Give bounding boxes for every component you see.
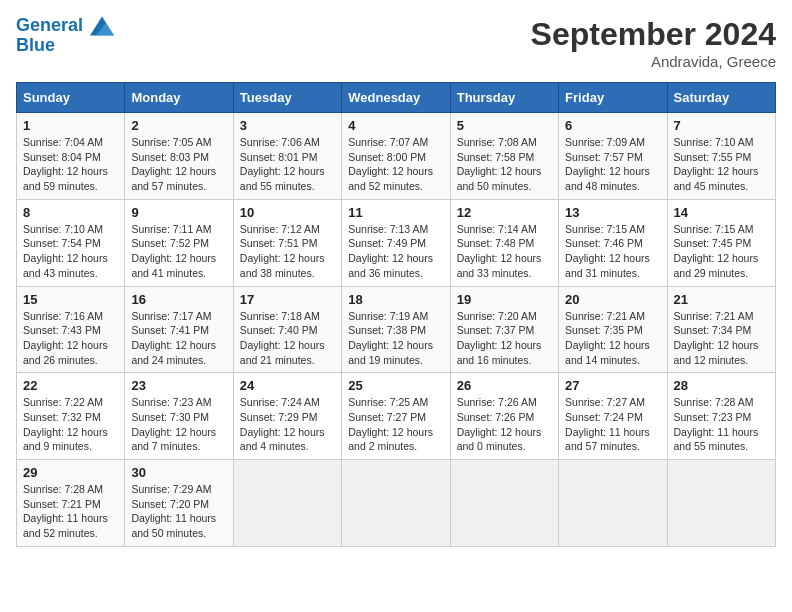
day-number: 19 — [457, 292, 552, 307]
calendar-cell: 18Sunrise: 7:19 AM Sunset: 7:38 PM Dayli… — [342, 286, 450, 373]
weekday-header-monday: Monday — [125, 83, 233, 113]
calendar-week-3: 15Sunrise: 7:16 AM Sunset: 7:43 PM Dayli… — [17, 286, 776, 373]
calendar-week-2: 8Sunrise: 7:10 AM Sunset: 7:54 PM Daylig… — [17, 199, 776, 286]
day-info: Sunrise: 7:07 AM Sunset: 8:00 PM Dayligh… — [348, 135, 443, 194]
day-number: 20 — [565, 292, 660, 307]
day-number: 16 — [131, 292, 226, 307]
day-info: Sunrise: 7:25 AM Sunset: 7:27 PM Dayligh… — [348, 395, 443, 454]
day-number: 7 — [674, 118, 769, 133]
calendar-cell — [559, 460, 667, 547]
day-info: Sunrise: 7:10 AM Sunset: 7:54 PM Dayligh… — [23, 222, 118, 281]
calendar-cell: 23Sunrise: 7:23 AM Sunset: 7:30 PM Dayli… — [125, 373, 233, 460]
calendar-cell: 5Sunrise: 7:08 AM Sunset: 7:58 PM Daylig… — [450, 113, 558, 200]
calendar-cell: 11Sunrise: 7:13 AM Sunset: 7:49 PM Dayli… — [342, 199, 450, 286]
calendar-cell — [667, 460, 775, 547]
day-info: Sunrise: 7:14 AM Sunset: 7:48 PM Dayligh… — [457, 222, 552, 281]
logo-text: General — [16, 16, 114, 36]
day-info: Sunrise: 7:28 AM Sunset: 7:21 PM Dayligh… — [23, 482, 118, 541]
calendar-cell: 19Sunrise: 7:20 AM Sunset: 7:37 PM Dayli… — [450, 286, 558, 373]
day-number: 2 — [131, 118, 226, 133]
calendar-cell: 9Sunrise: 7:11 AM Sunset: 7:52 PM Daylig… — [125, 199, 233, 286]
day-number: 26 — [457, 378, 552, 393]
page-header: General Blue September 2024 Andravida, G… — [16, 16, 776, 70]
calendar-table: SundayMondayTuesdayWednesdayThursdayFrid… — [16, 82, 776, 547]
day-number: 11 — [348, 205, 443, 220]
day-number: 29 — [23, 465, 118, 480]
calendar-cell: 3Sunrise: 7:06 AM Sunset: 8:01 PM Daylig… — [233, 113, 341, 200]
calendar-cell: 12Sunrise: 7:14 AM Sunset: 7:48 PM Dayli… — [450, 199, 558, 286]
day-number: 1 — [23, 118, 118, 133]
weekday-header-wednesday: Wednesday — [342, 83, 450, 113]
calendar-week-1: 1Sunrise: 7:04 AM Sunset: 8:04 PM Daylig… — [17, 113, 776, 200]
day-info: Sunrise: 7:15 AM Sunset: 7:45 PM Dayligh… — [674, 222, 769, 281]
calendar-cell: 30Sunrise: 7:29 AM Sunset: 7:20 PM Dayli… — [125, 460, 233, 547]
calendar-cell: 24Sunrise: 7:24 AM Sunset: 7:29 PM Dayli… — [233, 373, 341, 460]
calendar-cell: 10Sunrise: 7:12 AM Sunset: 7:51 PM Dayli… — [233, 199, 341, 286]
calendar-cell: 22Sunrise: 7:22 AM Sunset: 7:32 PM Dayli… — [17, 373, 125, 460]
month-title: September 2024 — [531, 16, 776, 53]
calendar-week-5: 29Sunrise: 7:28 AM Sunset: 7:21 PM Dayli… — [17, 460, 776, 547]
day-number: 5 — [457, 118, 552, 133]
calendar-cell — [450, 460, 558, 547]
calendar-cell: 4Sunrise: 7:07 AM Sunset: 8:00 PM Daylig… — [342, 113, 450, 200]
title-block: September 2024 Andravida, Greece — [531, 16, 776, 70]
day-info: Sunrise: 7:05 AM Sunset: 8:03 PM Dayligh… — [131, 135, 226, 194]
calendar-cell: 1Sunrise: 7:04 AM Sunset: 8:04 PM Daylig… — [17, 113, 125, 200]
calendar-cell — [233, 460, 341, 547]
day-number: 10 — [240, 205, 335, 220]
day-number: 18 — [348, 292, 443, 307]
calendar-cell: 13Sunrise: 7:15 AM Sunset: 7:46 PM Dayli… — [559, 199, 667, 286]
day-info: Sunrise: 7:23 AM Sunset: 7:30 PM Dayligh… — [131, 395, 226, 454]
day-info: Sunrise: 7:26 AM Sunset: 7:26 PM Dayligh… — [457, 395, 552, 454]
day-info: Sunrise: 7:29 AM Sunset: 7:20 PM Dayligh… — [131, 482, 226, 541]
day-number: 15 — [23, 292, 118, 307]
calendar-cell: 17Sunrise: 7:18 AM Sunset: 7:40 PM Dayli… — [233, 286, 341, 373]
day-number: 23 — [131, 378, 226, 393]
weekday-header-tuesday: Tuesday — [233, 83, 341, 113]
day-info: Sunrise: 7:04 AM Sunset: 8:04 PM Dayligh… — [23, 135, 118, 194]
day-number: 9 — [131, 205, 226, 220]
calendar-cell: 21Sunrise: 7:21 AM Sunset: 7:34 PM Dayli… — [667, 286, 775, 373]
weekday-header-sunday: Sunday — [17, 83, 125, 113]
day-info: Sunrise: 7:09 AM Sunset: 7:57 PM Dayligh… — [565, 135, 660, 194]
day-number: 6 — [565, 118, 660, 133]
calendar-cell: 29Sunrise: 7:28 AM Sunset: 7:21 PM Dayli… — [17, 460, 125, 547]
calendar-cell: 16Sunrise: 7:17 AM Sunset: 7:41 PM Dayli… — [125, 286, 233, 373]
day-info: Sunrise: 7:13 AM Sunset: 7:49 PM Dayligh… — [348, 222, 443, 281]
day-info: Sunrise: 7:06 AM Sunset: 8:01 PM Dayligh… — [240, 135, 335, 194]
day-number: 8 — [23, 205, 118, 220]
calendar-cell: 15Sunrise: 7:16 AM Sunset: 7:43 PM Dayli… — [17, 286, 125, 373]
day-number: 17 — [240, 292, 335, 307]
day-info: Sunrise: 7:10 AM Sunset: 7:55 PM Dayligh… — [674, 135, 769, 194]
day-info: Sunrise: 7:12 AM Sunset: 7:51 PM Dayligh… — [240, 222, 335, 281]
day-number: 24 — [240, 378, 335, 393]
day-info: Sunrise: 7:19 AM Sunset: 7:38 PM Dayligh… — [348, 309, 443, 368]
day-info: Sunrise: 7:15 AM Sunset: 7:46 PM Dayligh… — [565, 222, 660, 281]
day-number: 4 — [348, 118, 443, 133]
day-number: 28 — [674, 378, 769, 393]
calendar-cell: 2Sunrise: 7:05 AM Sunset: 8:03 PM Daylig… — [125, 113, 233, 200]
weekday-header-saturday: Saturday — [667, 83, 775, 113]
calendar-cell: 27Sunrise: 7:27 AM Sunset: 7:24 PM Dayli… — [559, 373, 667, 460]
day-number: 25 — [348, 378, 443, 393]
day-info: Sunrise: 7:24 AM Sunset: 7:29 PM Dayligh… — [240, 395, 335, 454]
calendar-week-4: 22Sunrise: 7:22 AM Sunset: 7:32 PM Dayli… — [17, 373, 776, 460]
weekday-header-friday: Friday — [559, 83, 667, 113]
day-info: Sunrise: 7:21 AM Sunset: 7:35 PM Dayligh… — [565, 309, 660, 368]
calendar-cell: 26Sunrise: 7:26 AM Sunset: 7:26 PM Dayli… — [450, 373, 558, 460]
day-number: 12 — [457, 205, 552, 220]
calendar-cell: 7Sunrise: 7:10 AM Sunset: 7:55 PM Daylig… — [667, 113, 775, 200]
calendar-cell: 14Sunrise: 7:15 AM Sunset: 7:45 PM Dayli… — [667, 199, 775, 286]
calendar-cell: 20Sunrise: 7:21 AM Sunset: 7:35 PM Dayli… — [559, 286, 667, 373]
day-info: Sunrise: 7:22 AM Sunset: 7:32 PM Dayligh… — [23, 395, 118, 454]
weekday-header-row: SundayMondayTuesdayWednesdayThursdayFrid… — [17, 83, 776, 113]
day-info: Sunrise: 7:27 AM Sunset: 7:24 PM Dayligh… — [565, 395, 660, 454]
location: Andravida, Greece — [531, 53, 776, 70]
calendar-cell: 8Sunrise: 7:10 AM Sunset: 7:54 PM Daylig… — [17, 199, 125, 286]
day-info: Sunrise: 7:21 AM Sunset: 7:34 PM Dayligh… — [674, 309, 769, 368]
day-info: Sunrise: 7:18 AM Sunset: 7:40 PM Dayligh… — [240, 309, 335, 368]
logo-blue-text: Blue — [16, 36, 114, 56]
calendar-cell — [342, 460, 450, 547]
day-number: 22 — [23, 378, 118, 393]
day-number: 3 — [240, 118, 335, 133]
